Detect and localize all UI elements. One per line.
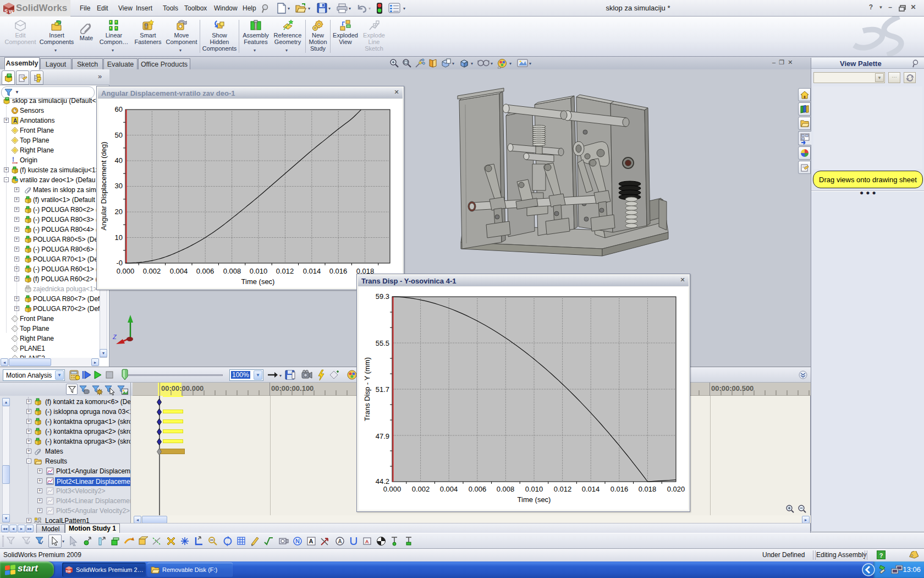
svg-text:0.012: 0.012 <box>276 267 294 275</box>
svg-text:N: N <box>295 538 300 544</box>
svg-text:A: A <box>309 538 314 544</box>
svg-text:0.004: 0.004 <box>440 485 458 493</box>
svg-text:0.012: 0.012 <box>554 485 572 493</box>
svg-text:0.000: 0.000 <box>117 267 135 275</box>
svg-text:60: 60 <box>115 105 123 113</box>
svg-text:44.2: 44.2 <box>376 477 389 486</box>
svg-text:A: A <box>338 538 342 544</box>
svg-text:0.008: 0.008 <box>497 485 515 493</box>
svg-text:50: 50 <box>115 131 123 139</box>
svg-text:30: 30 <box>115 182 123 190</box>
svg-text:0.002: 0.002 <box>143 267 161 275</box>
svg-text:55.5: 55.5 <box>376 339 389 347</box>
svg-text:0.018: 0.018 <box>639 485 657 493</box>
svg-text:A: A <box>365 539 369 544</box>
svg-text:Angular Displacement (deg): Angular Displacement (deg) <box>100 141 108 230</box>
svg-text:0.006: 0.006 <box>196 267 215 275</box>
svg-text:10: 10 <box>115 233 123 242</box>
svg-text:0.006: 0.006 <box>469 485 487 493</box>
svg-text:Time (sec): Time (sec) <box>241 277 275 286</box>
svg-text:0.004: 0.004 <box>170 267 188 275</box>
svg-text:51.7: 51.7 <box>376 385 389 394</box>
svg-text:40: 40 <box>115 156 123 165</box>
svg-text:0.002: 0.002 <box>412 485 430 493</box>
svg-text:0.016: 0.016 <box>329 267 348 275</box>
svg-text:59.3: 59.3 <box>376 292 389 301</box>
svg-text:0.014: 0.014 <box>582 485 600 493</box>
svg-text:0.000: 0.000 <box>383 485 402 493</box>
svg-text:Time (sec): Time (sec) <box>518 495 551 504</box>
svg-text:0.020: 0.020 <box>667 485 685 493</box>
svg-text:0.014: 0.014 <box>303 267 321 275</box>
svg-text:Z: Z <box>112 334 117 340</box>
svg-text:20: 20 <box>115 208 123 216</box>
svg-text:0.016: 0.016 <box>610 485 629 493</box>
svg-text:47.9: 47.9 <box>376 432 389 440</box>
svg-text:0.010: 0.010 <box>250 267 268 275</box>
svg-text:Trans Disp - Y (mm): Trans Disp - Y (mm) <box>363 357 371 421</box>
svg-text:SW: SW <box>66 570 72 573</box>
svg-text:0.008: 0.008 <box>223 267 241 275</box>
svg-text:0.010: 0.010 <box>525 485 543 493</box>
svg-text:-0: -0 <box>116 259 123 267</box>
